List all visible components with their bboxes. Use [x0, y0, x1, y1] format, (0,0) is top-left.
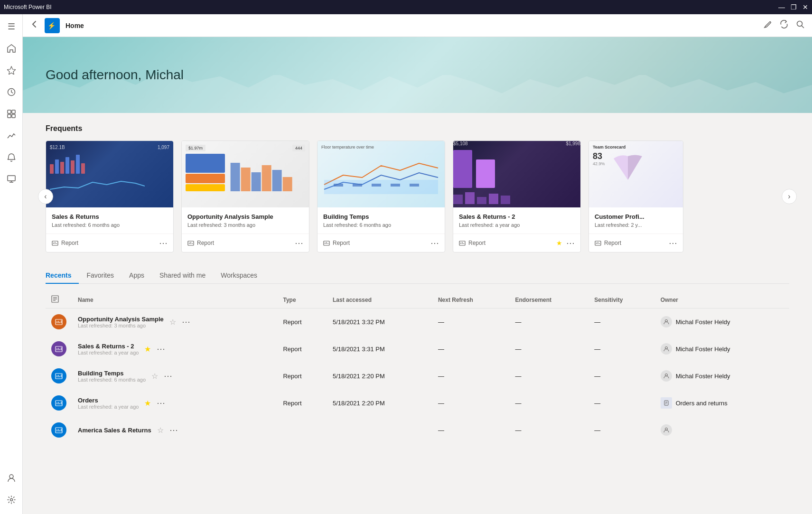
owner-icon — [661, 424, 672, 436]
svg-rect-22 — [272, 170, 281, 191]
star-button[interactable]: ☆ — [151, 372, 158, 381]
row-icon — [51, 341, 66, 356]
endorsement-cell: — — [509, 308, 588, 336]
tab-shared[interactable]: Shared with me — [152, 268, 213, 284]
app-logo: ⚡ — [45, 18, 60, 33]
frequents-title: Frequents — [46, 124, 789, 133]
frequents-carousel: ‹ $12.1B1,097 — [46, 140, 789, 252]
card-subtitle: Last refreshed: 3 months ago — [187, 222, 303, 228]
svg-rect-23 — [282, 177, 292, 191]
card-sales-returns[interactable]: $12.1B1,097 — [46, 140, 174, 252]
sidebar-item-metrics[interactable] — [1, 125, 22, 146]
owner-name: Michal Foster Heldy — [676, 318, 730, 326]
refresh-button[interactable] — [780, 20, 788, 31]
row-more-button[interactable]: ⋯ — [182, 317, 190, 327]
card-more-button[interactable]: ⋯ — [159, 238, 168, 248]
svg-rect-31 — [372, 184, 381, 187]
next-refresh-cell: — — [432, 308, 510, 336]
svg-rect-38 — [453, 195, 463, 204]
sidebar-profile[interactable] — [1, 467, 22, 488]
carousel-prev-button[interactable]: ‹ — [38, 189, 53, 204]
svg-rect-42 — [501, 196, 510, 204]
tab-recents[interactable]: Recents — [46, 268, 79, 284]
row-more-button[interactable]: ⋯ — [157, 344, 165, 354]
card-title: Building Temps — [323, 213, 439, 220]
sensitivity-cell: — — [588, 363, 654, 390]
star-button[interactable]: ☆ — [169, 318, 176, 327]
svg-rect-33 — [410, 184, 419, 187]
card-subtitle: Last refreshed: 6 months ago — [323, 222, 439, 228]
item-name: Sales & Returns - 2 — [78, 343, 139, 350]
type-cell: Report — [277, 308, 327, 336]
next-refresh-cell: — — [432, 336, 510, 363]
back-button[interactable] — [30, 20, 39, 31]
card-more-button[interactable]: ⋯ — [566, 238, 575, 248]
col-type: Type — [277, 291, 327, 308]
owner-icon — [661, 397, 672, 409]
table-row: America Sales & Returns ☆ ⋯ — — [46, 417, 789, 444]
recents-section: Recents Favorites Apps Shared with me Wo… — [46, 268, 789, 444]
table-row: Building Temps Last refreshed: 6 months … — [46, 363, 789, 390]
row-icon — [51, 395, 66, 411]
sidebar-settings[interactable] — [1, 489, 22, 510]
svg-rect-28 — [324, 180, 438, 194]
next-refresh-cell: — — [432, 417, 510, 444]
minimize-button[interactable]: — — [778, 3, 785, 11]
card-title: Sales & Returns - 2 — [459, 213, 575, 220]
card-more-button[interactable]: ⋯ — [295, 238, 303, 248]
row-icon — [51, 368, 66, 383]
row-more-button[interactable]: ⋯ — [157, 398, 165, 408]
star-button[interactable]: ★ — [144, 345, 151, 354]
svg-rect-20 — [251, 172, 261, 191]
card-type: Report — [52, 240, 78, 246]
recents-table: Name Type Last accessed Next Refresh End… — [46, 291, 789, 444]
restore-button[interactable]: ❐ — [791, 3, 797, 11]
item-sub: Last refreshed: 6 months ago — [78, 377, 146, 383]
svg-rect-6 — [8, 176, 15, 181]
svg-rect-39 — [465, 192, 475, 204]
star-button[interactable]: ☆ — [157, 426, 164, 435]
item-sub: Last refreshed: 3 months ago — [78, 323, 164, 328]
cards-container: $12.1B1,097 — [46, 140, 789, 252]
search-button[interactable] — [796, 20, 804, 31]
sidebar-item-apps[interactable] — [1, 103, 22, 124]
sidebar-menu-toggle[interactable]: ☰ — [1, 16, 22, 37]
owner-icon — [661, 370, 672, 382]
col-name: Name — [72, 291, 277, 308]
svg-point-9 — [9, 475, 13, 478]
sensitivity-cell: — — [588, 417, 654, 444]
owner-name: Michal Foster Heldy — [676, 346, 730, 353]
card-customer-profi[interactable]: Team Scorecard 83 42.9% — [588, 140, 683, 252]
item-sub: Last refreshed: a year ago — [78, 350, 139, 355]
star-button[interactable]: ★ — [144, 399, 151, 408]
last-accessed-cell: 5/18/2021 3:32 PM — [327, 308, 432, 336]
app-title: Microsoft Power BI — [4, 4, 52, 10]
card-more-button[interactable]: ⋯ — [669, 238, 677, 248]
tab-favorites[interactable]: Favorites — [79, 268, 121, 284]
sidebar-item-favorites[interactable] — [1, 60, 22, 81]
item-name: America Sales & Returns — [78, 427, 151, 434]
tab-workspaces[interactable]: Workspaces — [213, 268, 265, 284]
card-opportunity[interactable]: $1.97m 444 — [181, 140, 309, 252]
row-more-button[interactable]: ⋯ — [169, 425, 178, 435]
last-accessed-cell: 5/18/2021 3:31 PM — [327, 336, 432, 363]
sidebar-item-home[interactable] — [1, 38, 22, 59]
carousel-next-button[interactable]: › — [782, 189, 797, 204]
endorsement-cell: — — [509, 417, 588, 444]
card-sales-returns-2[interactable]: $5,108$1,998 — [453, 140, 581, 252]
sidebar-item-alerts[interactable] — [1, 147, 22, 168]
row-more-button[interactable]: ⋯ — [164, 371, 172, 381]
card-more-button[interactable]: ⋯ — [430, 238, 439, 248]
card-building-temps[interactable]: Floor temperature over time — [317, 140, 445, 252]
card-title: Customer Profi... — [595, 213, 677, 220]
top-nav: ⚡ Home — [23, 14, 812, 37]
svg-rect-30 — [353, 184, 362, 187]
edit-button[interactable] — [764, 20, 772, 31]
close-button[interactable]: ✕ — [803, 3, 808, 11]
table-row: Orders Last refreshed: a year ago ★ ⋯ Re… — [46, 390, 789, 417]
table-row: Sales & Returns - 2 Last refreshed: a ye… — [46, 336, 789, 363]
row-icon — [51, 314, 66, 329]
tab-apps[interactable]: Apps — [121, 268, 152, 284]
sidebar-item-workspaces[interactable] — [1, 169, 22, 190]
sidebar-item-recents[interactable] — [1, 82, 22, 103]
